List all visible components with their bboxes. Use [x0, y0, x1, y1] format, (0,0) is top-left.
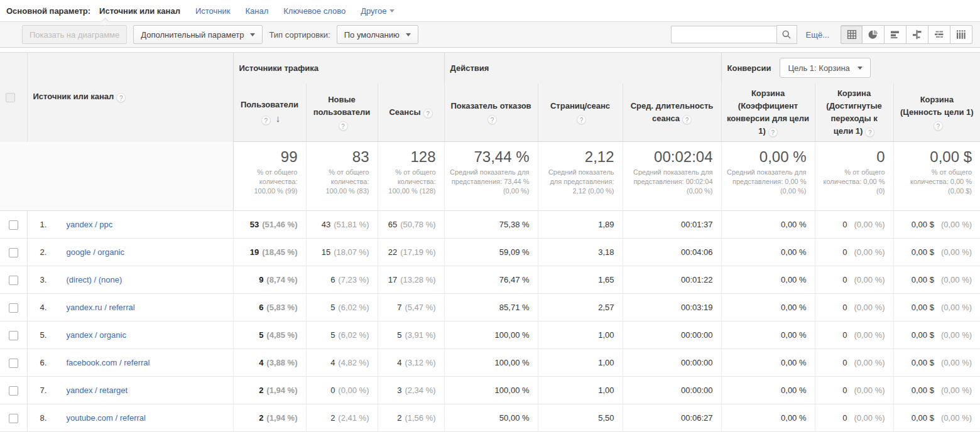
pages-per-session-value: 1,00 — [598, 330, 614, 340]
row-checkbox[interactable] — [9, 386, 18, 396]
comparison-view-button[interactable] — [906, 25, 928, 44]
source-link[interactable]: google / organic — [67, 247, 125, 257]
help-icon[interactable]: ? — [423, 109, 433, 118]
term-cloud-view-button[interactable] — [928, 25, 950, 44]
goal-value-column-label: Корзина (Ценность цели 1) — [900, 95, 974, 117]
column-header-goal-value[interactable]: Корзина (Ценность цели 1)? — [893, 84, 980, 142]
goal-completions-cell: 0(0,00 %) — [815, 349, 893, 377]
search-input[interactable] — [671, 26, 776, 43]
source-link[interactable]: facebook.com / referral — [67, 358, 150, 367]
pages-per-session-cell: 2,57 — [538, 294, 623, 321]
column-header-bounce-rate[interactable]: Показатель отказов? — [444, 84, 538, 142]
tab-keyword[interactable]: Ключевое слово — [283, 6, 346, 16]
row-checkbox[interactable] — [9, 303, 18, 313]
tab-source[interactable]: Источник — [195, 6, 231, 16]
source-link[interactable]: yandex / organic — [67, 330, 126, 340]
help-icon[interactable]: ? — [865, 127, 874, 137]
users-percent: (3,88 %) — [266, 358, 297, 367]
view-switcher — [841, 25, 972, 44]
help-icon[interactable]: ? — [261, 116, 271, 125]
help-icon[interactable]: ? — [116, 93, 126, 102]
users-cell: 2(1,94 %) — [233, 377, 306, 404]
sort-type-dropdown[interactable]: По умолчанию — [337, 25, 418, 44]
column-header-avg-duration[interactable]: Сред. длительность сеанса? — [623, 84, 721, 142]
help-icon[interactable]: ? — [682, 115, 692, 124]
row-checkbox[interactable] — [9, 331, 18, 340]
row-checkbox[interactable] — [9, 414, 18, 423]
group-header-conversions: Конверсии Цель 1: Корзина — [721, 53, 980, 84]
table-view-button[interactable] — [841, 25, 863, 44]
help-icon[interactable]: ? — [487, 115, 497, 124]
summary-value-value: 0,00 $ — [898, 148, 972, 166]
goal-value-percent: (0,00 %) — [941, 358, 972, 367]
column-header-new-users[interactable]: Новые пользователи? — [306, 84, 378, 142]
help-icon[interactable]: ? — [339, 121, 348, 131]
summary-sessions: 128 % от общего количества: 100,00 % (12… — [378, 142, 444, 211]
table-row: 3.(direct) / (none) 9(8,74 %) 6(7,23 %) … — [0, 266, 980, 294]
goal-value-percent: (0,00 %) — [941, 220, 972, 229]
avg-duration-value: 00:01:37 — [681, 220, 713, 229]
summary-value-note: % от общего количества: 0,00 % (0,00 $) — [898, 168, 972, 197]
column-header-goal-conv-rate[interactable]: Корзина (Коэффициент конверсии для цели … — [721, 84, 815, 142]
percentage-view-button[interactable] — [863, 25, 885, 44]
row-checkbox-cell — [0, 211, 27, 239]
tab-medium[interactable]: Канал — [245, 6, 268, 16]
column-header-pages-per-session[interactable]: Страниц/сеанс? — [538, 84, 623, 142]
source-link[interactable]: yandex / ppc — [67, 220, 113, 229]
goal-completions-cell: 0(0,00 %) — [815, 377, 893, 404]
avg-duration-cell: 00:06:27 — [623, 404, 721, 432]
source-link[interactable]: yandex / retarget — [67, 386, 128, 395]
row-checkbox[interactable] — [9, 220, 18, 230]
goal-conv-rate-value: 0,00 % — [781, 303, 806, 312]
dimension-column-header[interactable]: Источник или канал? — [27, 53, 233, 142]
new-users-percent: (2,41 %) — [338, 413, 369, 423]
help-icon[interactable]: ? — [768, 127, 778, 137]
users-percent: (8,74 %) — [266, 275, 297, 284]
search-button[interactable] — [776, 25, 797, 44]
tab-source-medium[interactable]: Источник или канал — [99, 6, 180, 16]
new-users-value: 0 — [330, 386, 335, 395]
tab-other[interactable]: Другое — [361, 6, 395, 16]
source-link[interactable]: youtube.com / referral — [67, 413, 146, 423]
users-cell: 6(5,83 %) — [233, 294, 306, 321]
goal-completions-percent: (0,00 %) — [854, 247, 885, 257]
select-all-checkbox[interactable] — [6, 93, 15, 102]
bounce-rate-value: 100,00 % — [495, 386, 530, 395]
users-column-label: Пользователи — [241, 100, 298, 109]
summary-users: 99 % от общего количества: 100,00 % (99) — [233, 142, 306, 211]
source-link[interactable]: (direct) / (none) — [67, 275, 122, 284]
source-link[interactable]: yandex.ru / referral — [67, 303, 135, 312]
sessions-percent: (1,56 %) — [405, 413, 435, 423]
row-index: 7. — [40, 386, 59, 395]
pages-per-session-value: 1,65 — [598, 275, 614, 284]
row-dimension-cell: 3.(direct) / (none) — [27, 266, 233, 294]
summary-avg-duration: 00:02:04 Средний показатель для представ… — [623, 142, 721, 211]
pivot-view-button[interactable] — [950, 25, 972, 44]
help-icon[interactable]: ? — [934, 121, 943, 131]
new-users-percent: (7,23 %) — [338, 275, 369, 284]
row-checkbox[interactable] — [9, 276, 18, 285]
goal-conv-rate-value: 0,00 % — [781, 275, 806, 284]
bounce-rate-cell: 100,00 % — [444, 321, 538, 349]
row-checkbox[interactable] — [9, 248, 18, 257]
goal-value-value: 0,00 $ — [912, 247, 934, 257]
column-header-goal-completions[interactable]: Корзина (Достигнутые переходы к цели 1)? — [815, 84, 893, 142]
help-icon[interactable]: ? — [577, 115, 586, 124]
secondary-dimension-dropdown[interactable]: Дополнительный параметр — [133, 25, 263, 44]
goal-value-cell: 0,00 $(0,00 %) — [893, 294, 980, 321]
advanced-search-link[interactable]: Ещё... — [806, 30, 829, 40]
users-value: 2 — [259, 413, 263, 423]
row-checkbox[interactable] — [9, 359, 18, 368]
performance-view-button[interactable] — [885, 25, 906, 44]
goal-selector-dropdown[interactable]: Цель 1: Корзина — [780, 58, 870, 78]
sessions-cell: 4(3,12 %) — [378, 349, 444, 377]
sessions-cell: 2(1,56 %) — [378, 404, 444, 432]
goal-conv-rate-column-label: Корзина (Коэффициент конверсии для цели … — [727, 89, 809, 136]
column-header-users[interactable]: Пользователи?↓ — [233, 84, 306, 142]
column-header-sessions[interactable]: Сеансы? — [378, 84, 444, 142]
bounce-rate-value: 100,00 % — [495, 330, 530, 340]
group-header-behavior: Действия — [444, 53, 721, 84]
plot-rows-button: Показать на диаграмме — [22, 25, 127, 44]
sessions-cell: 7(5,47 %) — [378, 294, 444, 321]
bounce-rate-cell: 100,00 % — [444, 349, 538, 377]
